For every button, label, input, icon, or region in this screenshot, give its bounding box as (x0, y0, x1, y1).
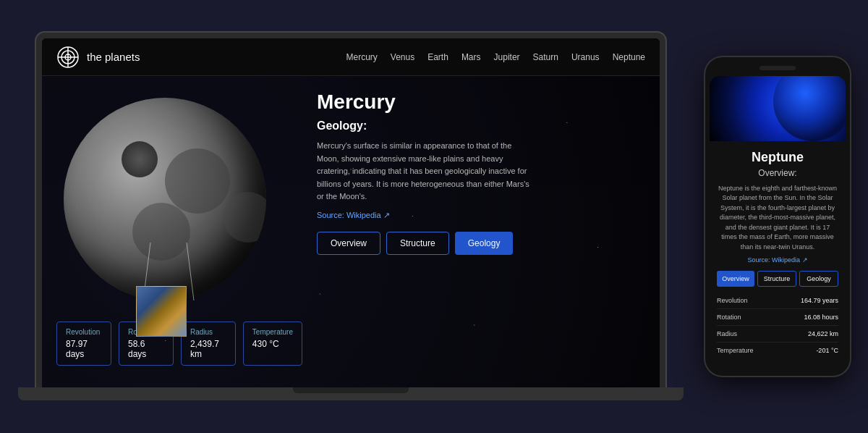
phone-structure-button[interactable]: Structure (757, 271, 796, 287)
phone-device: Neptune Overview: Neptune is the eighth … (705, 57, 850, 377)
phone-geology-button[interactable]: Geology (799, 271, 838, 287)
stat-revolution-label: Revolution (66, 328, 102, 336)
stat-revolution-value: 87.97 days (66, 339, 102, 359)
structure-button[interactable]: Structure (386, 232, 449, 255)
phone-stat-revolution-value: 164.79 years (801, 297, 838, 304)
nav-link-saturn[interactable]: Saturn (533, 52, 558, 62)
phone-stat-temperature-value: -201 °C (816, 347, 838, 354)
stat-revolution: Revolution 87.97 days (56, 321, 111, 366)
phone-external-link-icon[interactable]: ↗ (802, 256, 808, 264)
stat-temperature-label: Temperature (252, 328, 293, 336)
stat-rotation-value: 58.6 days (128, 339, 164, 359)
planet-visual-section: Revolution 87.97 days Rotation 58.6 days… (56, 91, 302, 373)
main-content: Revolution 87.97 days Rotation 58.6 days… (42, 76, 660, 387)
phone-overview-button[interactable]: Overview (717, 271, 754, 287)
phone-stat-temperature-label: Temperature (717, 347, 754, 354)
phone-outer: Neptune Overview: Neptune is the eighth … (705, 57, 850, 377)
source-link: Source: Wikipedia ↗ (317, 211, 638, 220)
phone-content: Neptune Overview: Neptune is the eighth … (710, 141, 846, 368)
phone-stat-radius: Radius 24,622 km (717, 326, 838, 342)
nav-links: Mercury Venus Earth Mars Jupiter Saturn … (346, 52, 645, 62)
nav-link-venus[interactable]: Venus (391, 52, 414, 62)
planet-description: Mercury's surface is similar in appearan… (317, 140, 534, 203)
geology-button[interactable]: Geology (455, 232, 514, 255)
nav-link-jupiter[interactable]: Jupiter (494, 52, 520, 62)
phone-stat-revolution: Revolution 164.79 years (717, 293, 838, 309)
phone-stat-rotation-value: 16.08 hours (804, 314, 838, 321)
stat-radius-label: Radius (190, 328, 226, 336)
section-heading: Geology: (317, 119, 638, 133)
phone-stat-rotation: Rotation 16.08 hours (717, 309, 838, 326)
phone-description: Neptune is the eighth and farthest-known… (717, 184, 838, 253)
phone-stat-revolution-label: Revolution (717, 297, 748, 304)
nav-logo-text: the planets (87, 51, 140, 63)
overview-button[interactable]: Overview (317, 232, 380, 255)
external-link-icon[interactable]: ↗ (383, 211, 390, 219)
stat-temperature: Temperature 430 °C (243, 321, 302, 366)
nav-logo: the planets (56, 46, 140, 69)
navbar: the planets Mercury Venus Earth Mars Jup… (42, 38, 660, 76)
nav-link-mars[interactable]: Mars (461, 52, 481, 62)
nav-link-mercury[interactable]: Mercury (346, 52, 377, 62)
laptop-screen: the planets Mercury Venus Earth Mars Jup… (42, 38, 660, 387)
phone-stat-temperature: Temperature -201 °C (717, 342, 838, 358)
phone-source: Source: Wikipedia ↗ (717, 256, 838, 264)
phone-planet-image (710, 76, 846, 141)
phone-planet-name: Neptune (717, 150, 838, 165)
phone-stat-radius-label: Radius (717, 330, 737, 337)
phone-section-title: Overview: (717, 168, 838, 178)
magnified-detail (136, 286, 187, 337)
phone-action-buttons: Overview Structure Geology (717, 271, 838, 287)
phone-notch (760, 66, 796, 70)
planet-title: Mercury (317, 91, 638, 114)
stat-radius: Radius 2,439.7 km (181, 321, 236, 366)
laptop-device: the planets Mercury Venus Earth Mars Jup… (18, 33, 684, 400)
nav-link-uranus[interactable]: Uranus (571, 52, 600, 62)
stat-radius-value: 2,439.7 km (190, 339, 226, 359)
action-buttons: Overview Structure Geology (317, 232, 638, 255)
laptop-base (18, 387, 684, 400)
phone-stat-rotation-label: Rotation (717, 314, 741, 321)
logo-icon (56, 46, 80, 69)
phone-stat-radius-value: 24,622 km (808, 330, 838, 337)
nav-link-earth[interactable]: Earth (427, 52, 448, 62)
laptop-screen-outer: the planets Mercury Venus Earth Mars Jup… (36, 33, 665, 387)
nav-link-neptune[interactable]: Neptune (613, 52, 645, 62)
phone-screen: Neptune Overview: Neptune is the eighth … (710, 76, 846, 368)
magnify-indicator (143, 235, 194, 286)
info-section: Mercury Geology: Mercury's surface is si… (302, 91, 638, 373)
stat-temperature-value: 430 °C (252, 339, 293, 349)
